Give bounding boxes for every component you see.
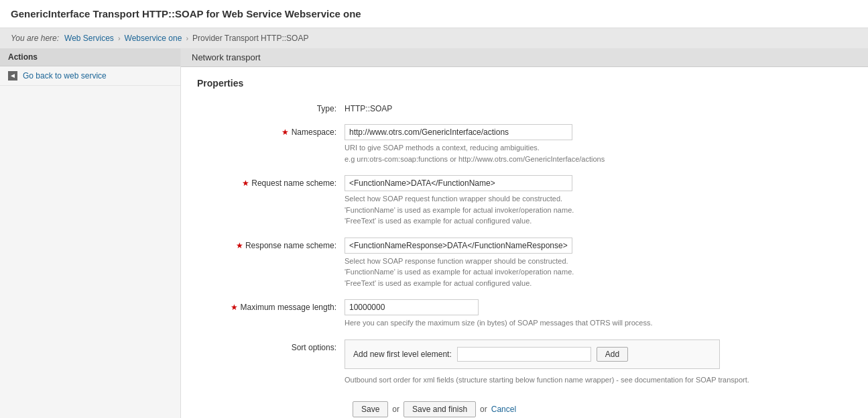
response-required-star: ★ [236, 241, 243, 250]
breadcrumb-sep-2: › [186, 34, 188, 42]
namespace-row: ★ Namespace: URI to give SOAP methods a … [197, 124, 852, 164]
sort-add-element-label: Add new first level element: [353, 350, 452, 359]
type-row: Type: HTTP::SOAP [197, 101, 852, 113]
breadcrumb-webservice-one[interactable]: Webservice one [125, 34, 182, 43]
sort-options-add-row: Add new first level element: Add [353, 347, 711, 362]
max-msg-input[interactable] [345, 299, 479, 315]
sort-options-field: Add new first level element: Add Outboun… [345, 339, 852, 386]
sort-add-element-input[interactable] [457, 347, 591, 362]
namespace-required-star: ★ [282, 127, 289, 137]
sort-options-row: Sort options: Add new first level elemen… [197, 339, 852, 386]
back-arrow-icon: ◄ [8, 71, 17, 81]
max-msg-label: ★ Maximum message length: [197, 299, 345, 312]
type-label: Type: [197, 101, 345, 113]
or-2: or [480, 405, 487, 414]
type-field: HTTP::SOAP [345, 101, 852, 113]
request-scheme-label: ★ Request name scheme: [197, 175, 345, 188]
max-msg-row: ★ Maximum message length: Here you can s… [197, 299, 852, 329]
request-scheme-input[interactable] [345, 175, 572, 191]
sort-options-box: Add new first level element: Add [345, 339, 720, 369]
breadcrumb-current: Provider Transport HTTP::SOAP [192, 34, 308, 43]
type-value: HTTP::SOAP [345, 101, 852, 113]
sidebar: Actions ◄ Go back to web service [0, 48, 181, 418]
response-scheme-input[interactable] [345, 238, 572, 254]
page-title: GenericInterface Transport HTTP::SOAP fo… [0, 0, 868, 28]
response-scheme-label: ★ Response name scheme: [197, 238, 345, 250]
max-msg-required-star: ★ [231, 303, 238, 312]
breadcrumb-web-services[interactable]: Web Services [64, 34, 114, 43]
max-msg-hint: Here you can specify the maximum size (i… [345, 317, 852, 329]
request-required-star: ★ [242, 178, 249, 188]
max-msg-field: Here you can specify the maximum size (i… [345, 299, 852, 329]
request-scheme-row: ★ Request name scheme: Select how SOAP r… [197, 175, 852, 227]
request-scheme-field: Select how SOAP request function wrapper… [345, 175, 852, 227]
sort-hint: Outbound sort order for xml fields (stru… [345, 374, 852, 386]
sort-options-label: Sort options: [197, 339, 345, 352]
breadcrumb: You are here: Web Services › Webservice … [0, 28, 868, 48]
go-back-to-web-service-link[interactable]: ◄ Go back to web service [0, 66, 180, 86]
request-scheme-hint: Select how SOAP request function wrapper… [345, 193, 852, 227]
namespace-input[interactable] [345, 124, 572, 140]
save-button[interactable]: Save [353, 401, 388, 417]
response-scheme-hint: Select how SOAP response function wrappe… [345, 256, 852, 289]
network-transport-title: Network transport [181, 48, 868, 67]
or-1: or [392, 405, 399, 414]
sort-add-button[interactable]: Add [597, 347, 628, 362]
cancel-link[interactable]: Cancel [491, 405, 516, 414]
sidebar-section-title: Actions [0, 48, 180, 66]
action-row: Save or Save and finish or Cancel [197, 401, 852, 417]
go-back-label: Go back to web service [23, 71, 107, 81]
save-and-finish-button[interactable]: Save and finish [404, 401, 476, 417]
breadcrumb-you-are-here: You are here: [11, 34, 59, 43]
namespace-field: URI to give SOAP methods a context, redu… [345, 124, 852, 164]
content-area: Network transport Properties Type: HTTP:… [181, 48, 868, 418]
response-scheme-field: Select how SOAP response function wrappe… [345, 238, 852, 289]
response-scheme-row: ★ Response name scheme: Select how SOAP … [197, 238, 852, 289]
properties-title: Properties [197, 78, 852, 89]
main-layout: Actions ◄ Go back to web service Network… [0, 48, 868, 418]
namespace-label: ★ Namespace: [197, 124, 345, 137]
namespace-hint: URI to give SOAP methods a context, redu… [345, 142, 852, 164]
content-inner: Properties Type: HTTP::SOAP ★ Namespace:… [181, 67, 868, 418]
breadcrumb-sep-1: › [118, 34, 121, 42]
